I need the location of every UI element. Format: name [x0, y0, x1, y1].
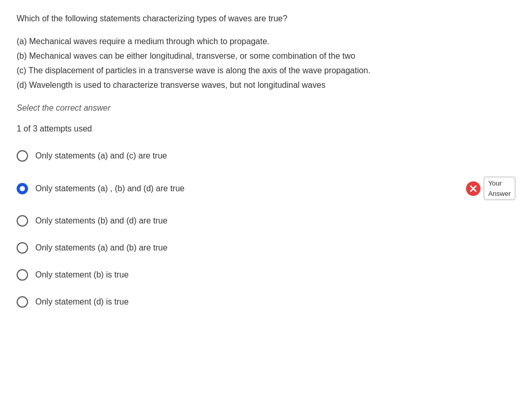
- option-label-2: Only statements (a) , (b) and (d) are tr…: [35, 182, 458, 195]
- radio-button-5[interactable]: [17, 269, 28, 281]
- option-item-3[interactable]: Only statements (b) and (d) are true: [17, 215, 515, 227]
- option-item-5[interactable]: Only statement (b) is true: [17, 269, 515, 281]
- question-text: Which of the following statements charac…: [17, 12, 515, 25]
- your-answer-wrapper: YourAnswer: [466, 177, 515, 200]
- radio-button-2[interactable]: [17, 183, 28, 194]
- statement-a: (a) Mechanical waves require a medium th…: [17, 35, 515, 48]
- radio-button-6[interactable]: [17, 296, 28, 308]
- attempts-text: 1 of 3 attempts used: [17, 123, 515, 135]
- statement-c: (c) The displacement of particles in a t…: [17, 64, 515, 77]
- option-item-1[interactable]: Only statements (a) and (c) are true: [17, 150, 515, 162]
- option-label-1: Only statements (a) and (c) are true: [35, 150, 515, 162]
- option-label-5: Only statement (b) is true: [35, 269, 515, 281]
- statements-list: (a) Mechanical waves require a medium th…: [17, 35, 515, 91]
- option-label-6: Only statement (d) is true: [35, 296, 515, 308]
- option-label-3: Only statements (b) and (d) are true: [35, 215, 515, 227]
- option-item-6[interactable]: Only statement (d) is true: [17, 296, 515, 308]
- option-item-4[interactable]: Only statements (a) and (b) are true: [17, 242, 515, 254]
- radio-button-1[interactable]: [17, 150, 28, 162]
- radio-button-3[interactable]: [17, 215, 28, 227]
- statement-d: (d) Wavelength is used to characterize t…: [17, 79, 515, 91]
- question-container: Which of the following statements charac…: [17, 12, 515, 308]
- option-item-2[interactable]: Only statements (a) , (b) and (d) are tr…: [17, 177, 515, 200]
- statement-b: (b) Mechanical waves can be either longi…: [17, 50, 515, 62]
- radio-button-4[interactable]: [17, 242, 28, 254]
- option-label-4: Only statements (a) and (b) are true: [35, 242, 515, 254]
- instruction-text: Select the correct answer: [17, 102, 515, 114]
- options-list: Only statements (a) and (c) are trueOnly…: [17, 150, 515, 308]
- your-answer-badge: YourAnswer: [484, 177, 515, 200]
- wrong-icon: [466, 181, 481, 196]
